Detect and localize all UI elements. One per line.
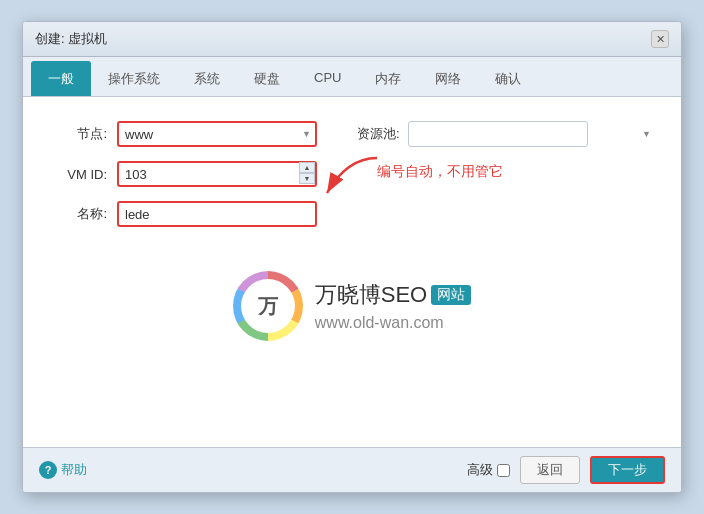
tab-bar: 一般 操作系统 系统 硬盘 CPU 内存 网络 确认 [23,57,681,97]
dialog-titlebar: 创建: 虚拟机 ✕ [23,22,681,57]
tab-disk[interactable]: 硬盘 [237,61,297,96]
watermark-logo-inner: 万 [241,279,295,333]
vmid-down-button[interactable]: ▼ [299,173,315,184]
node-select[interactable]: www [117,121,317,147]
resource-pool-label: 资源池: [357,125,400,143]
back-button[interactable]: 返回 [520,456,580,484]
watermark-url: www.old-wan.com [315,314,471,332]
watermark-text-area: 万晓博SEO 网站 www.old-wan.com [315,280,471,332]
resource-pool-select-wrap [408,121,657,147]
tab-general[interactable]: 一般 [31,61,91,96]
name-input[interactable] [117,201,317,227]
vmid-up-button[interactable]: ▲ [299,162,315,173]
vmid-spinners: ▲ ▼ [299,162,315,184]
seo-badge: 网站 [431,285,471,305]
name-label: 名称: [47,205,117,223]
advanced-section: 高级 [467,461,510,479]
tab-os[interactable]: 操作系统 [91,61,177,96]
tab-confirm[interactable]: 确认 [478,61,538,96]
tab-system[interactable]: 系统 [177,61,237,96]
watermark-site-name: 万晓博SEO [315,280,427,310]
dialog-footer: ? 帮助 高级 返回 下一步 [23,447,681,492]
tab-network[interactable]: 网络 [418,61,478,96]
node-label: 节点: [47,125,117,143]
resource-pool-select[interactable] [408,121,588,147]
watermark-line1: 万晓博SEO 网站 [315,280,471,310]
vmid-label: VM ID: [47,167,117,182]
create-vm-dialog: 创建: 虚拟机 ✕ 一般 操作系统 系统 硬盘 CPU 内存 网络 确认 节点:… [22,21,682,493]
vmid-input[interactable] [117,161,317,187]
node-row: 节点: www 资源池: [47,121,657,147]
watermark-logo: 万 [233,271,303,341]
vmid-wrap: ▲ ▼ [117,161,317,187]
next-button[interactable]: 下一步 [590,456,665,484]
help-label: 帮助 [61,461,87,479]
footer-right: 高级 返回 下一步 [467,456,665,484]
resource-pool-section: 资源池: [357,121,657,147]
dialog-body: 节点: www 资源池: VM ID: ▲ [23,97,681,447]
help-icon: ? [39,461,57,479]
dialog-title: 创建: 虚拟机 [35,30,107,48]
watermark-area: 万 万晓博SEO 网站 www.old-wan.com [47,241,657,361]
advanced-checkbox[interactable] [497,464,510,477]
annotation-text: 编号自动，不用管它 [377,163,503,181]
vmid-row: VM ID: ▲ ▼ 编号自动，不用管它 [47,161,657,187]
node-select-wrapper: www [117,121,317,147]
advanced-label: 高级 [467,461,493,479]
watermark-char: 万 [258,293,278,320]
name-row: 名称: [47,201,657,227]
close-button[interactable]: ✕ [651,30,669,48]
help-button[interactable]: ? 帮助 [39,461,87,479]
tab-cpu[interactable]: CPU [297,61,358,96]
tab-memory[interactable]: 内存 [358,61,418,96]
